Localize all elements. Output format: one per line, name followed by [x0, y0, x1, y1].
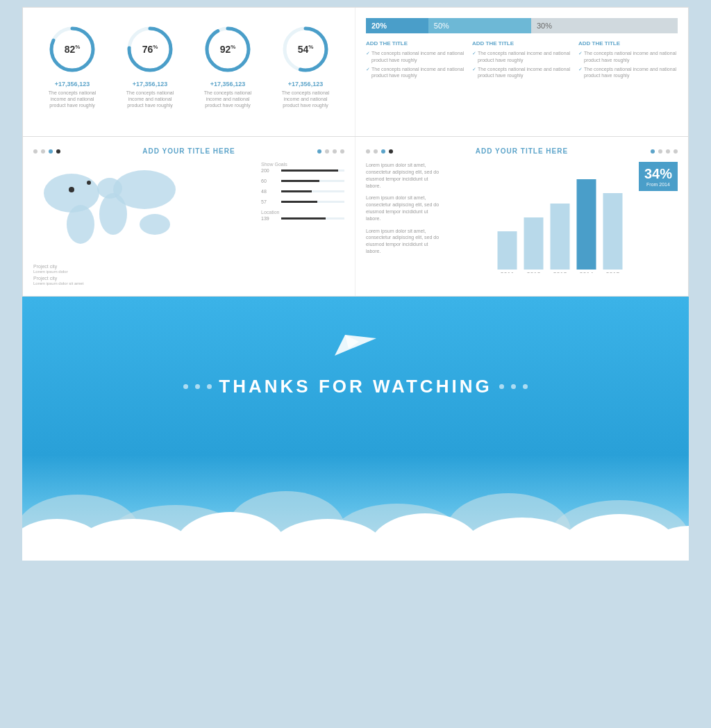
col-title-3: ADD THE TITLE — [578, 40, 678, 47]
col-item-1-1: The concepts national income and nationa… — [366, 50, 465, 64]
circle-stat-82: 82% +17,356,123 The concepts national in… — [44, 22, 100, 108]
svg-point-12 — [113, 170, 176, 209]
col-item-1-2: The concepts national income and nationa… — [366, 66, 465, 80]
thanks-dot-1 — [183, 384, 188, 389]
col-item-2-1: The concepts national income and nationa… — [472, 50, 571, 64]
dot-4 — [333, 149, 337, 154]
legend-item-1: Show Goals 200 — [261, 162, 344, 173]
dot-dark-1 — [56, 149, 60, 154]
stat-desc-4: The concepts national income and nationa… — [278, 90, 333, 108]
chart-panel: ADD YOUR TITLE HERE Lorem ipsum dolor si… — [356, 137, 688, 296]
three-col: ADD THE TITLE The concepts national inco… — [366, 40, 678, 81]
circle-stat-92: 92% +17,356,123 The concepts national in… — [200, 22, 256, 108]
top-section: 82% +17,356,123 The concepts national in… — [22, 7, 689, 137]
legend-item-5: Location 139 — [261, 210, 344, 221]
stat-value-34: 34% — [644, 166, 672, 182]
thanks-dots-row: THANKS FOR WATCHING — [36, 376, 675, 397]
bar-chart-container: 34% From 2014 — [449, 162, 678, 276]
thanks-dot-6 — [523, 384, 528, 389]
middle-section: ADD YOUR TITLE HERE — [22, 137, 689, 297]
stats-panel: 82% +17,356,123 The concepts national in… — [23, 8, 356, 136]
circle-stat-54: 54% +17,356,123 The concepts national in… — [278, 22, 333, 108]
main-container: 82% +17,356,123 The concepts national in… — [22, 0, 689, 561]
svg-point-15 — [87, 181, 91, 185]
svg-text:2015: 2015 — [605, 271, 619, 273]
thanks-dot-3 — [207, 384, 212, 389]
col-item-3-1: The concepts national income and nationa… — [578, 50, 678, 64]
paper-plane-svg — [335, 324, 376, 359]
segment-20: 20% — [366, 18, 428, 33]
stat-desc-3: The concepts national income and nationa… — [200, 90, 256, 108]
stat-from-2014: From 2014 — [644, 182, 672, 187]
legend-item-3: 48 — [261, 189, 344, 194]
circle-container-76: 76% — [122, 22, 178, 77]
dot-blue-1 — [49, 149, 53, 154]
circles-row: 82% +17,356,123 The concepts national in… — [33, 22, 344, 108]
chart-body: Lorem ipsum dolor sit amet, consectetur … — [366, 162, 678, 276]
chart-left-desc: Lorem ipsum dolor sit amet, consectetur … — [366, 162, 442, 276]
svg-marker-26 — [335, 335, 376, 356]
chart-dot-blue-2 — [651, 149, 655, 154]
circle-container-92: 92% — [200, 22, 256, 77]
chart-dot-2 — [374, 149, 378, 154]
svg-rect-16 — [498, 231, 517, 270]
chart-desc-3: Lorem ipsum dolor sit amet, consectetur … — [366, 228, 442, 255]
segment-30: 30% — [531, 18, 678, 33]
map-panel-header: ADD YOUR TITLE HERE — [33, 147, 344, 155]
paper-plane-icon — [36, 324, 675, 362]
svg-point-9 — [67, 205, 94, 244]
col-section-1: ADD THE TITLE The concepts national inco… — [366, 40, 465, 81]
svg-text:2014: 2014 — [579, 271, 593, 273]
svg-rect-19 — [577, 179, 596, 270]
svg-point-14 — [69, 187, 74, 192]
col-item-2-2: The concepts national income and nationa… — [472, 66, 571, 80]
thanks-text: THANKS FOR WATCHING — [219, 376, 492, 397]
dot-2 — [41, 149, 45, 154]
chart-dot-5 — [674, 149, 678, 154]
stat-number-1: +17,356,123 — [55, 81, 90, 88]
svg-point-13 — [140, 214, 170, 235]
map-legend: Show Goals 200 60 4 — [261, 162, 344, 286]
map-content: Project cityLorem ipsum dolor Project ci… — [33, 162, 344, 286]
map-location-1: Project cityLorem ipsum dolor — [33, 264, 254, 274]
thanks-section: THANKS FOR WATCHING — [22, 297, 689, 561]
chart-dot-dark-1 — [389, 149, 393, 154]
chart-dot-3 — [658, 149, 662, 154]
map-location-2: Project cityLorem ipsum dolor sit amet — [33, 276, 254, 286]
col-section-2: ADD THE TITLE The concepts national inco… — [472, 40, 571, 81]
stat-box-34: 34% From 2014 — [639, 162, 678, 191]
col-title-2: ADD THE TITLE — [472, 40, 571, 47]
legend-item-2: 60 — [261, 179, 344, 183]
svg-text:2012: 2012 — [526, 271, 540, 273]
col-item-3-2: The concepts national income and nationa… — [578, 66, 678, 80]
dot-1 — [33, 149, 37, 154]
stat-number-3: +17,356,123 — [210, 81, 245, 88]
stat-desc-2: The concepts national income and nationa… — [122, 90, 178, 108]
chart-dot-blue-1 — [381, 149, 385, 154]
stat-number-2: +17,356,123 — [133, 81, 167, 88]
chart-panel-header: ADD YOUR TITLE HERE — [366, 147, 678, 155]
chart-panel-title: ADD YOUR TITLE HERE — [396, 147, 647, 155]
svg-point-8 — [44, 174, 99, 213]
col-section-3: ADD THE TITLE The concepts national inco… — [578, 40, 678, 81]
svg-text:2013: 2013 — [553, 271, 567, 273]
svg-rect-17 — [524, 217, 544, 270]
circle-value-92: 92% — [220, 44, 236, 55]
svg-text:2011: 2011 — [500, 271, 514, 273]
clouds-container — [22, 422, 689, 561]
clouds-svg — [22, 422, 689, 561]
circle-value-54: 54% — [298, 44, 314, 55]
circle-container-82: 82% — [44, 22, 100, 77]
map-svg-container: Project cityLorem ipsum dolor Project ci… — [33, 162, 254, 286]
circle-value-76: 76% — [142, 44, 158, 55]
chart-dot-1 — [366, 149, 370, 154]
chart-desc-1: Lorem ipsum dolor sit amet, consectetur … — [366, 162, 442, 189]
thanks-dot-2 — [195, 384, 200, 389]
segment-50: 50% — [428, 18, 531, 33]
svg-rect-20 — [603, 193, 623, 270]
map-panel: ADD YOUR TITLE HERE — [23, 137, 356, 296]
stat-desc-1: The concepts national income and nationa… — [44, 90, 100, 108]
chart-desc-2: Lorem ipsum dolor sit amet, consectetur … — [366, 195, 442, 222]
circle-stat-76: 76% +17,356,123 The concepts national in… — [122, 22, 178, 108]
stat-number-4: +17,356,123 — [288, 81, 323, 88]
